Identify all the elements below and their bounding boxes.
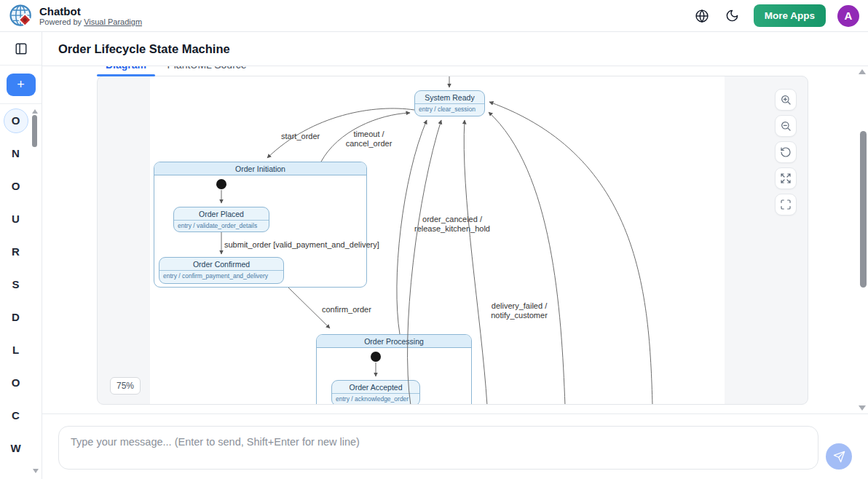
panel-toggle-icon — [15, 42, 28, 55]
tab-bar: Diagram PlantUML Source — [97, 66, 247, 71]
conversation-item[interactable]: N — [0, 137, 31, 170]
user-avatar[interactable]: A — [837, 5, 859, 27]
transition-label-start-order: start_order — [281, 132, 320, 141]
sidebar-toggle-button[interactable] — [15, 42, 28, 55]
fullscreen-button[interactable] — [775, 194, 797, 215]
more-apps-button[interactable]: More Apps — [754, 4, 826, 27]
zoom-out-button[interactable] — [775, 115, 797, 137]
zoom-out-icon — [780, 120, 792, 132]
diagram-viewer-panel[interactable]: Order Initiation Order Processing System… — [97, 76, 808, 405]
powered-by-link[interactable]: Visual Paradigm — [84, 17, 142, 26]
brand-text: Chatbot Powered by Visual Paradigm — [39, 5, 142, 26]
reset-view-button[interactable] — [775, 141, 797, 163]
conversation-item[interactable]: C — [0, 399, 31, 432]
theme-toggle-button[interactable] — [723, 7, 742, 25]
top-bar: Chatbot Powered by Visual Paradigm M — [0, 0, 868, 32]
fullscreen-icon — [780, 199, 792, 210]
transition-label-order-canceled: order_canceled / release_kitchen_hold — [409, 215, 495, 234]
message-input[interactable] — [58, 426, 818, 470]
send-icon — [833, 451, 845, 463]
plus-icon: + — [17, 77, 25, 92]
expand-button[interactable] — [775, 167, 797, 189]
viewer-controls — [775, 89, 797, 215]
moon-icon — [725, 9, 739, 23]
conversation-item[interactable]: U — [0, 202, 31, 235]
sidebar-toggle-row — [0, 32, 42, 66]
conversation-item[interactable]: D — [0, 301, 31, 333]
chat-scroll-area: Diagram PlantUML Source Order Initiation… — [42, 66, 868, 413]
active-tab-underline — [97, 74, 155, 76]
zoom-in-button[interactable] — [775, 89, 797, 111]
state-system-ready: System Ready entry / clear_session — [414, 90, 485, 116]
app-title: Chatbot — [39, 5, 142, 17]
brand: Chatbot Powered by Visual Paradigm — [9, 4, 142, 28]
page-scroll-down-icon[interactable] — [859, 405, 866, 411]
conversation-item[interactable]: O — [0, 366, 31, 399]
send-button[interactable] — [826, 443, 852, 470]
conversation-item[interactable]: O — [0, 170, 31, 202]
state-order-placed: Order Placed entry / validate_order_deta… — [173, 207, 269, 232]
transition-label-confirm-order: confirm_order — [322, 305, 371, 314]
state-order-accepted: Order Accepted entry / acknowledge_order — [331, 380, 420, 405]
transition-label-timeout: timeout / cancel_order — [338, 130, 400, 149]
new-chat-button[interactable]: + — [7, 74, 36, 96]
transition-label-delivery-failed: delivery_failed / notify_customer — [489, 301, 549, 320]
message-composer — [42, 413, 868, 479]
visual-paradigm-logo-icon — [9, 4, 33, 28]
conversation-item[interactable]: L — [0, 333, 31, 366]
powered-by: Powered by Visual Paradigm — [39, 17, 142, 26]
new-chat-row: + — [0, 66, 42, 104]
language-globe-button[interactable] — [693, 7, 711, 25]
tab-diagram[interactable]: Diagram — [97, 66, 155, 71]
conversation-item[interactable]: O — [0, 104, 31, 137]
transition-label-submit-order: submit_order [valid_payment_and_delivery… — [224, 240, 379, 250]
conversation-item[interactable]: R — [0, 235, 31, 268]
expand-icon — [780, 173, 792, 184]
sidebar-scrollbar-thumb[interactable] — [32, 115, 37, 147]
app-root: Chatbot Powered by Visual Paradigm M — [0, 0, 868, 479]
state-order-confirmed: Order Confirmed entry / confirm_payment_… — [159, 257, 284, 284]
page-title: Order Lifecycle State Machine — [58, 42, 230, 56]
main-header: Order Lifecycle State Machine — [42, 32, 868, 66]
initial-state-dot — [371, 352, 381, 362]
page-scrollbar-thumb[interactable] — [860, 131, 867, 288]
sidebar: + O N O U R S D L O C W — [0, 32, 42, 479]
sidebar-scroll-down-icon[interactable] — [33, 469, 39, 473]
reset-view-icon — [780, 146, 792, 158]
sidebar-scroll-up-icon[interactable] — [32, 109, 38, 114]
initial-state-dot — [216, 179, 226, 189]
zoom-level-badge: 75% — [110, 377, 141, 395]
conversation-item[interactable]: W — [0, 432, 31, 464]
tab-plantuml-source[interactable]: PlantUML Source — [167, 66, 247, 71]
zoom-in-icon — [780, 94, 792, 106]
conversation-item[interactable]: S — [0, 268, 31, 301]
top-bar-actions: More Apps A — [693, 4, 859, 27]
page-scroll-up-icon[interactable] — [859, 69, 866, 74]
globe-icon — [695, 9, 709, 23]
conversation-list: O N O U R S D L O C W — [0, 104, 31, 464]
